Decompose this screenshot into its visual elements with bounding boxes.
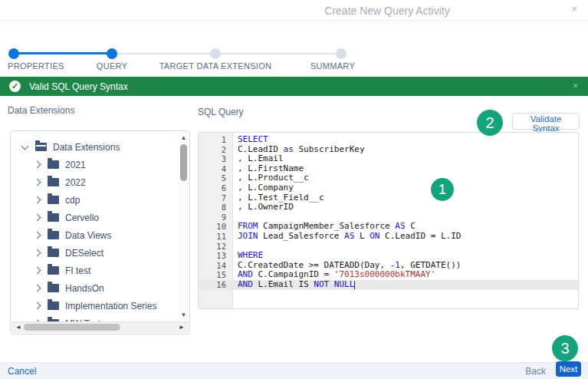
tree-item-label: 2022 (65, 177, 86, 188)
folder-icon (48, 196, 59, 204)
folder-icon (48, 266, 59, 275)
validate-syntax-button[interactable]: Validate Syntax (512, 113, 580, 130)
step-dot-target-data-extension[interactable] (210, 48, 221, 59)
line-number: 3 (199, 154, 232, 164)
text-cursor (354, 281, 355, 289)
cancel-link[interactable]: Cancel (8, 366, 36, 377)
tree-item-cdp[interactable]: cdp (11, 191, 179, 209)
sql-code-editor[interactable]: 1SELECT2C.LeadID as SubscriberKey3, L.Em… (198, 132, 579, 309)
code-text (232, 213, 238, 222)
data-extensions-tree: Data Extensions20212022cdpCervelloData V… (10, 130, 190, 335)
line-number: 5 (199, 173, 232, 183)
footer-bar: Cancel Back (0, 362, 588, 379)
tree-item-label: DESelect (65, 248, 103, 259)
line-number: 7 (199, 193, 232, 203)
line-number: 1 (199, 135, 232, 145)
folder-icon (48, 284, 59, 292)
line-number: 10 (199, 222, 232, 232)
tree-vertical-scrollbar[interactable]: ▲ ▼ (179, 132, 189, 321)
step-dot-summary[interactable] (336, 48, 347, 59)
tree-item-data-views[interactable]: Data Views (11, 226, 179, 244)
tree-item-label: HandsOn (65, 283, 104, 294)
tree-item-2021[interactable]: 2021 (11, 156, 179, 173)
code-line-8[interactable]: 8, L.OwnerID (199, 203, 578, 213)
scroll-left-icon[interactable]: ◄ (13, 322, 24, 333)
code-lines: 1SELECT2C.LeadID as SubscriberKey3, L.Em… (199, 135, 578, 290)
folder-icon (48, 178, 59, 186)
step-label-query[interactable]: QUERY (97, 61, 127, 71)
code-text: , L.OwnerID (232, 203, 294, 213)
banner-message: Valid SQL Query Syntax (29, 81, 128, 92)
folder-icon (48, 213, 59, 222)
line-number: 6 (199, 183, 232, 193)
banner-close-icon[interactable]: × (573, 81, 578, 91)
folder-icon (48, 231, 59, 239)
chevron-right-icon[interactable] (34, 302, 41, 310)
tree-item-implementation-series[interactable]: Implementation Series (11, 297, 179, 315)
folder-icon (48, 302, 59, 310)
stepper-connector (14, 52, 112, 54)
tree-item-label: Implementation Series (65, 301, 156, 311)
folder-icon (48, 249, 59, 257)
next-button[interactable]: Next (556, 361, 581, 377)
chevron-right-icon[interactable] (34, 232, 41, 239)
scroll-right-icon[interactable]: ► (176, 322, 187, 333)
line-number: 8 (199, 203, 232, 213)
line-number: 2 (199, 145, 232, 155)
sql-query-label: SQL Query (198, 107, 244, 117)
code-text (232, 242, 238, 252)
line-number: 11 (199, 232, 232, 242)
step-label-properties[interactable]: PROPERTIES (8, 61, 64, 71)
close-icon[interactable]: × (571, 3, 577, 15)
line-number: 16 (199, 280, 232, 290)
data-extensions-label: Data Extensions (8, 105, 74, 116)
tree-item-2022[interactable]: 2022 (11, 173, 179, 191)
tree-item-deselect[interactable]: DESelect (11, 244, 179, 262)
tree-item-label: Data Views (65, 230, 111, 241)
chevron-right-icon[interactable] (34, 179, 41, 186)
step-label-target-data-extension[interactable]: TARGET DATA EXTENSION (159, 61, 272, 71)
line-number: 15 (199, 270, 232, 280)
open-folder-icon (35, 143, 47, 151)
tree-item-handson[interactable]: HandsOn (11, 279, 179, 297)
scroll-up-icon[interactable]: ▲ (179, 133, 189, 143)
code-text: JOIN Lead_Salesforce AS L ON C.LeadID = … (232, 232, 461, 242)
line-number: 14 (199, 261, 232, 271)
tree-horizontal-scrollbar[interactable]: ◄ ► (11, 321, 189, 333)
line-number: 13 (199, 251, 232, 261)
tree-root-data-extensions[interactable]: Data Extensions (11, 138, 179, 156)
stepper-connector (112, 53, 215, 54)
annotation-circle-2: 2 (477, 110, 503, 136)
code-line-16[interactable]: 16AND L.Email IS NOT NULL (199, 280, 578, 290)
step-dot-properties[interactable] (8, 48, 19, 59)
vertical-scroll-thumb[interactable] (180, 144, 187, 181)
create-query-activity-modal: Create New Query Activity × PROPERTIESQU… (0, 0, 588, 379)
code-text: AND L.Email IS NOT NULL (232, 280, 355, 290)
tree-item-label: FI test (65, 265, 90, 276)
chevron-right-icon[interactable] (34, 214, 41, 222)
tree-item-label: Cervello (65, 213, 99, 223)
chevron-down-icon[interactable] (21, 142, 29, 150)
chevron-right-icon[interactable] (34, 196, 41, 204)
chevron-right-icon[interactable] (34, 267, 41, 275)
page-title: Create New Query Activity (291, 5, 483, 17)
back-link[interactable]: Back (525, 366, 546, 377)
chevron-right-icon[interactable] (34, 249, 41, 257)
line-number: 9 (199, 213, 232, 222)
horizontal-scroll-thumb[interactable] (24, 324, 120, 331)
annotation-circle-3: 3 (552, 335, 578, 361)
tree-item-fi-test[interactable]: FI test (11, 262, 179, 279)
tree-items: Data Extensions20212022cdpCervelloData V… (11, 131, 179, 322)
folder-icon (48, 160, 59, 169)
chevron-right-icon[interactable] (34, 285, 41, 292)
tree-item-label: Data Extensions (53, 142, 120, 153)
line-number: 4 (199, 164, 232, 174)
tree-item-cervello[interactable]: Cervello (11, 209, 179, 226)
wizard-stepper: PROPERTIESQUERYTARGET DATA EXTENSIONSUMM… (0, 21, 588, 58)
step-dot-query[interactable] (107, 48, 117, 59)
scroll-down-icon[interactable]: ▼ (179, 311, 189, 320)
step-label-summary[interactable]: SUMMARY (310, 61, 355, 71)
chevron-right-icon[interactable] (34, 161, 41, 169)
code-line-11[interactable]: 11JOIN Lead_Salesforce AS L ON C.LeadID … (199, 232, 578, 242)
tree-item-label: 2021 (65, 160, 86, 170)
